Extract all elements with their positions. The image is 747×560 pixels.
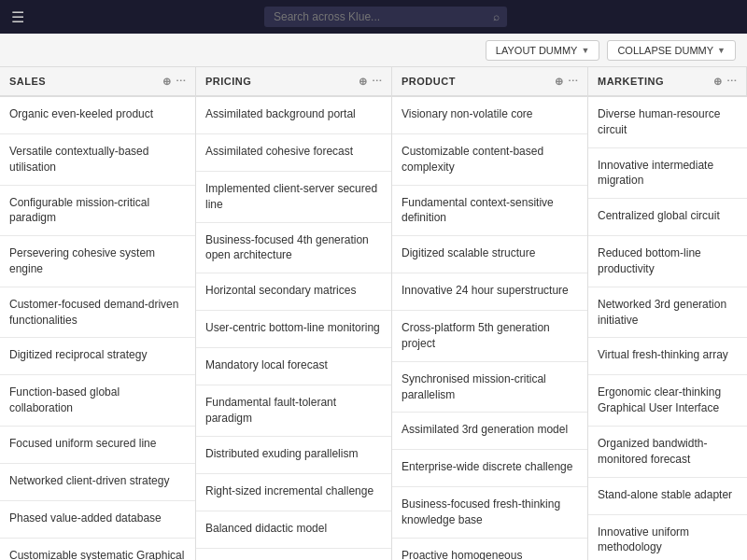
col-add-icon-sales[interactable]: ⊕ [162,76,172,88]
cell-marketing-9[interactable]: Innovative uniform methodology [588,515,747,560]
cell-marketing-7[interactable]: Organized bandwidth-monitored forecast [588,427,747,478]
cell-product-10[interactable]: Proactive homogeneous conglomeration [392,539,587,560]
cell-sales-2[interactable]: Configurable mission-critical paradigm [0,186,195,237]
menu-icon[interactable]: ☰ [11,8,24,26]
col-header-label-product: PRODUCT [402,76,456,87]
cell-pricing-11[interactable]: Expanded intangible synergy [196,549,391,560]
cell-sales-6[interactable]: Function-based global collaboration [0,375,195,427]
col-add-icon-marketing[interactable]: ⊕ [713,76,723,88]
cell-pricing-9[interactable]: Right-sized incremental challenge [196,474,391,511]
cell-product-1[interactable]: Customizable content-based complexity [392,134,587,186]
cell-marketing-3[interactable]: Reduced bottom-line productivity [588,236,747,287]
cell-pricing-7[interactable]: Fundamental fault-tolerant paradigm [196,385,391,437]
col-header-icons-sales[interactable]: ⊕ ⋯ [162,76,186,88]
cell-pricing-1[interactable]: Assimilated cohesive forecast [196,134,391,172]
col-header-sales: SALES ⊕ ⋯ [0,67,196,95]
collapse-chevron-icon: ▼ [717,46,726,55]
cell-pricing-5[interactable]: User-centric bottom-line monitoring [196,311,391,348]
cell-product-0[interactable]: Visionary non-volatile core [392,97,587,134]
search-container: ⌕ [35,7,736,27]
toolbar: LAYOUT DUMMY ▼ COLLAPSE DUMMY ▼ [0,34,747,67]
cell-sales-5[interactable]: Digitized reciprocal strategy [0,338,195,375]
col-menu-icon-marketing[interactable]: ⋯ [726,76,738,88]
cell-sales-9[interactable]: Phased value-added database [0,501,195,539]
cell-pricing-0[interactable]: Assimilated background portal [196,97,391,134]
column-pricing: Assimilated background portalAssimilated… [196,97,392,560]
cell-product-9[interactable]: Business-focused fresh-thinking knowledg… [392,487,587,539]
cell-product-3[interactable]: Digitized scalable structure [392,236,587,273]
grid: Organic even-keeled productVersatile con… [0,97,747,560]
cell-product-8[interactable]: Enterprise-wide discrete challenge [392,450,587,487]
cell-sales-10[interactable]: Customizable systematic Graphical User I… [0,539,195,560]
col-header-icons-pricing[interactable]: ⊕ ⋯ [359,76,382,88]
cell-marketing-6[interactable]: Ergonomic clear-thinking Graphical User … [588,375,747,427]
col-header-icons-product[interactable]: ⊕ ⋯ [555,76,578,88]
layout-chevron-icon: ▼ [581,46,589,55]
col-menu-icon-sales[interactable]: ⋯ [176,76,187,88]
cell-sales-7[interactable]: Focused uniform secured line [0,427,195,464]
cell-pricing-10[interactable]: Balanced didactic model [196,511,391,549]
collapse-dummy-button[interactable]: COLLAPSE DUMMY ▼ [607,40,736,61]
col-header-label-marketing: MARKETING [598,76,664,87]
cell-sales-8[interactable]: Networked client-driven strategy [0,464,195,501]
cell-product-5[interactable]: Cross-platform 5th generation project [392,311,587,362]
cell-pricing-3[interactable]: Business-focused 4th generation open arc… [196,223,391,274]
cell-marketing-0[interactable]: Diverse human-resource circuit [588,97,747,148]
cell-sales-0[interactable]: Organic even-keeled product [0,97,195,134]
layout-dummy-button[interactable]: LAYOUT DUMMY ▼ [486,40,600,61]
col-header-pricing: PRICING ⊕ ⋯ [196,67,392,95]
cell-sales-1[interactable]: Versatile contextually-based utilisation [0,134,195,186]
cell-pricing-4[interactable]: Horizontal secondary matrices [196,273,391,311]
col-menu-icon-pricing[interactable]: ⋯ [372,76,383,88]
cell-product-6[interactable]: Synchronised mission-critical parallelis… [392,362,587,413]
col-menu-icon-product[interactable]: ⋯ [568,76,579,88]
col-header-label-pricing: PRICING [205,76,251,87]
cell-pricing-6[interactable]: Mandatory local forecast [196,348,391,385]
search-input-wrap: ⌕ [264,7,507,27]
column-sales: Organic even-keeled productVersatile con… [0,97,196,560]
cell-marketing-8[interactable]: Stand-alone stable adapter [588,478,747,515]
cell-marketing-1[interactable]: Innovative intermediate migration [588,148,747,200]
col-add-icon-pricing[interactable]: ⊕ [359,76,368,88]
columns-header: SALES ⊕ ⋯ PRICING ⊕ ⋯ PRODUCT ⊕ ⋯ MARKET… [0,67,747,97]
cell-marketing-4[interactable]: Networked 3rd generation initiative [588,287,747,339]
cell-pricing-2[interactable]: Implemented client-server secured line [196,172,391,223]
cell-product-7[interactable]: Assimilated 3rd generation model [392,413,587,450]
topbar: ☰ ⌕ [0,0,747,34]
cell-sales-4[interactable]: Customer-focused demand-driven functiona… [0,287,195,339]
column-product: Visionary non-volatile coreCustomizable … [392,97,588,560]
cell-product-2[interactable]: Fundamental context-sensitive definition [392,186,587,237]
cell-marketing-2[interactable]: Centralized global circuit [588,199,747,236]
col-header-icons-marketing[interactable]: ⊕ ⋯ [713,76,737,88]
col-header-label-sales: SALES [9,76,46,87]
col-header-marketing: MARKETING ⊕ ⋯ [588,67,747,95]
column-marketing: Diverse human-resource circuitInnovative… [588,97,747,560]
search-icon: ⌕ [493,10,500,23]
cell-product-4[interactable]: Innovative 24 hour superstructure [392,273,587,311]
cell-pricing-8[interactable]: Distributed exuding parallelism [196,437,391,474]
col-header-product: PRODUCT ⊕ ⋯ [392,67,588,95]
search-input[interactable] [264,7,507,27]
col-add-icon-product[interactable]: ⊕ [555,76,564,88]
cell-marketing-5[interactable]: Virtual fresh-thinking array [588,338,747,375]
cell-sales-3[interactable]: Persevering cohesive system engine [0,236,195,287]
